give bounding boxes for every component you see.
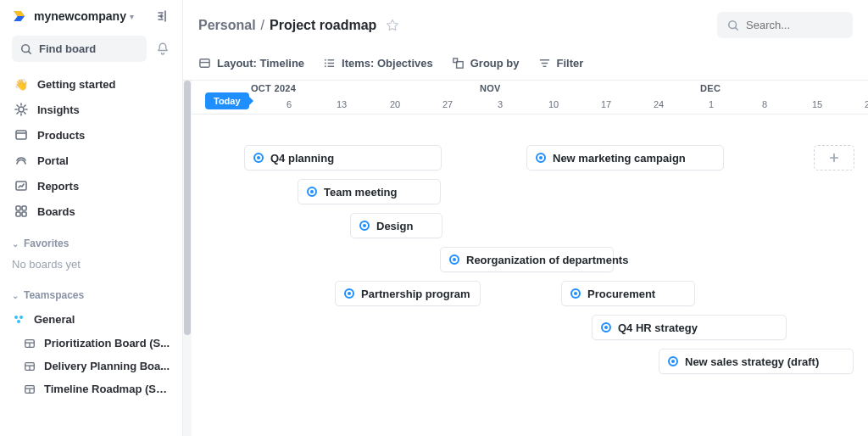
nav-label: Insights bbox=[37, 103, 80, 116]
timeline-card[interactable]: Q4 planning bbox=[244, 145, 442, 170]
search-input[interactable] bbox=[746, 19, 843, 31]
search-icon bbox=[727, 20, 739, 31]
day-label: 10 bbox=[548, 99, 559, 109]
day-label: 3 bbox=[498, 99, 503, 109]
nav-label: Portal bbox=[37, 154, 69, 167]
svg-point-10 bbox=[14, 316, 18, 319]
sidebar: mynewcompany ▾ Find board 👋 Getting star… bbox=[0, 0, 183, 436]
svg-point-28 bbox=[325, 65, 326, 67]
favorite-toggle[interactable] bbox=[385, 18, 400, 33]
svg-rect-6 bbox=[16, 206, 20, 210]
svg-point-26 bbox=[325, 59, 326, 61]
layout-selector[interactable]: Layout: Timeline bbox=[198, 57, 304, 70]
workspace-logo-icon bbox=[12, 8, 27, 24]
filter-selector[interactable]: Filter bbox=[538, 57, 584, 70]
timeline-card[interactable]: Team meeting bbox=[298, 179, 441, 204]
timeline-card[interactable]: Procurement bbox=[561, 281, 695, 306]
timeline-card[interactable]: Reorganization of departments bbox=[440, 247, 614, 272]
board-label: Delivery Planning Boa... bbox=[44, 360, 170, 372]
nav-insights[interactable]: Insights bbox=[5, 97, 177, 122]
global-search[interactable] bbox=[717, 12, 853, 38]
filter-label: Filter bbox=[557, 57, 584, 70]
svg-rect-24 bbox=[200, 59, 209, 67]
vertical-scrollbar[interactable] bbox=[183, 81, 192, 436]
scrollbar-thumb[interactable] bbox=[184, 81, 191, 335]
card-label: Design bbox=[376, 220, 413, 232]
day-label: 24 bbox=[654, 99, 664, 109]
svg-point-11 bbox=[19, 316, 23, 319]
items-label: Items: Objectives bbox=[342, 57, 433, 70]
reports-icon bbox=[14, 179, 29, 193]
month-label: DEC bbox=[700, 83, 721, 93]
day-label: 15 bbox=[812, 99, 822, 109]
chevron-down-icon: ▾ bbox=[130, 12, 134, 21]
chevron-down-icon: ⌄ bbox=[12, 239, 19, 249]
objective-status-icon bbox=[359, 221, 370, 231]
notifications-button[interactable] bbox=[155, 42, 170, 57]
board-item[interactable]: Timeline Roadmap (Sa... bbox=[0, 377, 182, 400]
primary-nav: 👋 Getting started Insights Products Po bbox=[0, 65, 182, 227]
timeline-card[interactable]: Q4 HR strategy bbox=[592, 315, 787, 340]
favorites-label: Favorites bbox=[24, 238, 69, 249]
workspace-switcher[interactable]: mynewcompany ▾ bbox=[0, 0, 182, 32]
timeline-card[interactable]: Design bbox=[350, 213, 442, 238]
find-board-label: Find board bbox=[39, 42, 96, 55]
card-label: Procurement bbox=[587, 288, 655, 300]
day-label: 8 bbox=[762, 99, 767, 109]
portal-icon bbox=[14, 154, 29, 167]
favorites-section-toggle[interactable]: ⌄ Favorites bbox=[0, 227, 182, 254]
group-by-selector[interactable]: Group by bbox=[452, 57, 520, 70]
board-item[interactable]: Delivery Planning Boa... bbox=[0, 355, 182, 377]
objective-status-icon bbox=[601, 322, 611, 333]
timeline-body[interactable]: Q4 planningNew marketing campaignTeam me… bbox=[192, 115, 868, 428]
board-icon bbox=[24, 383, 37, 395]
list-icon bbox=[323, 57, 336, 70]
board-label: Timeline Roadmap (Sa... bbox=[44, 383, 171, 395]
timeline-card[interactable]: New marketing campaign bbox=[526, 145, 724, 170]
svg-line-1 bbox=[29, 51, 31, 53]
board-icon bbox=[24, 361, 37, 372]
nav-boards[interactable]: Boards bbox=[5, 198, 177, 224]
timeline-card[interactable]: New sales strategy (draft) bbox=[659, 349, 854, 374]
svg-rect-3 bbox=[16, 131, 26, 139]
timeline: Today OCT 2024NOVDEC61320273101724181522… bbox=[183, 81, 868, 436]
chevron-down-icon: ⌄ bbox=[12, 291, 19, 300]
breadcrumb-parent[interactable]: Personal bbox=[198, 18, 256, 33]
teamspaces-section-toggle[interactable]: ⌄ Teamspaces bbox=[0, 279, 182, 306]
day-label: 17 bbox=[601, 99, 611, 109]
teamspace-icon bbox=[12, 312, 27, 326]
timeline-card[interactable]: Partnership program bbox=[335, 281, 481, 306]
card-label: Partnership program bbox=[361, 288, 470, 300]
nav-label: Getting started bbox=[37, 78, 115, 91]
add-item-button[interactable] bbox=[814, 145, 854, 170]
svg-line-23 bbox=[736, 27, 738, 30]
boards-icon bbox=[14, 204, 29, 218]
nav-portal[interactable]: Portal bbox=[5, 148, 177, 173]
teamspace-general[interactable]: General bbox=[0, 306, 182, 332]
card-label: Team meeting bbox=[324, 186, 397, 198]
day-label: 20 bbox=[390, 99, 400, 109]
month-label: NOV bbox=[480, 83, 501, 93]
items-selector[interactable]: Items: Objectives bbox=[323, 57, 433, 70]
objective-status-icon bbox=[668, 356, 678, 366]
board-icon bbox=[24, 338, 37, 349]
teamspace-label: General bbox=[34, 313, 75, 326]
objective-status-icon bbox=[307, 187, 317, 197]
nav-getting-started[interactable]: 👋 Getting started bbox=[5, 72, 177, 97]
topbar: Personal / Project roadmap bbox=[183, 0, 868, 50]
nav-label: Reports bbox=[37, 180, 79, 193]
today-marker[interactable]: Today bbox=[205, 92, 249, 109]
teamspaces-label: Teamspaces bbox=[24, 289, 84, 301]
board-item[interactable]: Prioritization Board (S... bbox=[0, 332, 182, 355]
svg-rect-9 bbox=[22, 212, 26, 216]
nav-reports[interactable]: Reports bbox=[5, 173, 177, 198]
objective-status-icon bbox=[344, 288, 354, 299]
collapse-sidebar-button[interactable] bbox=[157, 9, 170, 23]
objective-status-icon bbox=[253, 153, 264, 163]
card-label: Q4 planning bbox=[270, 152, 334, 165]
find-board-button[interactable]: Find board bbox=[12, 36, 147, 62]
card-label: Reorganization of departments bbox=[466, 254, 628, 266]
svg-rect-8 bbox=[16, 212, 20, 216]
card-label: New marketing campaign bbox=[553, 152, 686, 165]
nav-products[interactable]: Products bbox=[5, 122, 177, 148]
